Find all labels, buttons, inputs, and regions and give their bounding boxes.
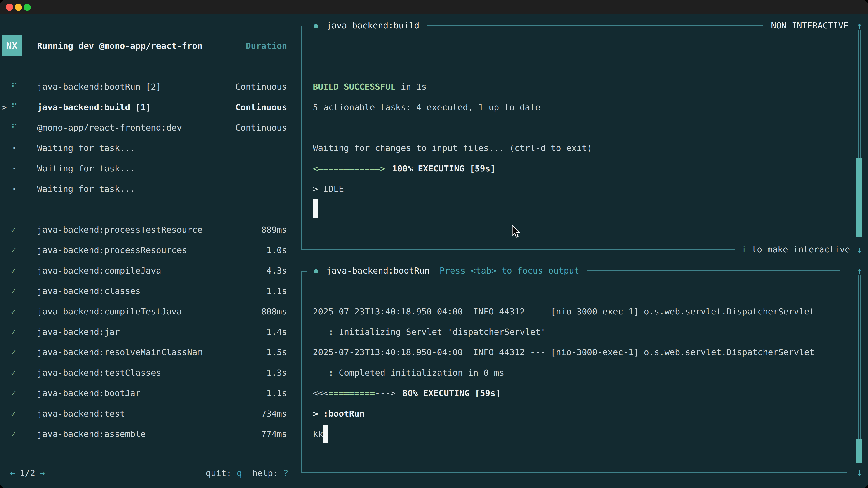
task-row[interactable]: ✓ java-backend:classes 1.1s [0,281,298,301]
task-status-icon: ✓ [11,347,16,357]
build-tasks-summary-line: 5 actionable tasks: 4 executed, 1 up-to-… [313,97,540,118]
task-status-icon: ✓ [11,409,16,419]
quit-label: quit: [206,468,237,478]
build-pane-header[interactable]: ● java-backend:build NON-INTERACTIVE [301,15,848,36]
log-line: : Initializing Servlet 'dispatcherServle… [313,322,546,342]
bootrun-progress-line: <<< ========= ---> 80% EXECUTING [59s] [313,383,501,403]
task-label: java-backend:bootRun [2] [37,82,161,92]
task-running-dot-icon: ● [314,266,318,275]
page-prev-icon[interactable]: ← [10,468,15,478]
nx-tui-app: NX Running dev @mono-app/react-fron Dura… [0,14,868,488]
bootrun-pane-left-border [301,271,302,472]
interactive-hint-text: to make interactive [747,245,850,254]
bootrun-pane-header[interactable]: ● java-backend:bootRun Press <tab> to fo… [301,260,848,281]
task-duration: 1.5s [266,347,287,357]
task-row[interactable]: ✓ java-backend:jar 1.4s [0,322,298,342]
task-row[interactable]: ⠋ @mono-app/react-frontend:dev Continuou… [0,118,298,138]
task-row[interactable]: ✓ java-backend:resolveMainClassNam 1.5s [0,342,298,362]
bootrun-task-line: > :bootRun [313,403,365,424]
quit-key[interactable]: q [237,468,242,478]
bootrun-pane-bottom-border [301,472,846,473]
task-row[interactable]: ✓ java-backend:test 734ms [0,403,298,424]
task-status-icon: ✓ [11,225,16,235]
help-label: help: [252,468,283,478]
task-status-icon: ✓ [11,306,16,317]
task-duration: 734ms [261,409,287,419]
task-status: Continuous [235,82,287,92]
task-row[interactable]: > ⠋ java-backend:build [1] Continuous [0,97,298,118]
footer-gap [242,468,252,478]
task-label: java-backend:processResources [37,245,187,255]
progress-prefix: <<< [313,388,329,398]
window-titlebar [0,0,868,14]
build-success-duration: in 1s [396,82,427,92]
task-status-icon: ⠋ [11,102,18,112]
task-label: java-backend:testClasses [37,368,161,378]
bootrun-terminal-cursor [323,425,328,443]
task-duration: 1.0s [266,245,287,255]
zoom-button[interactable] [24,4,31,11]
task-duration: 808ms [261,306,287,317]
typed-input-text: kk [313,429,323,439]
task-duration: 4.3s [266,266,287,275]
task-status-icon: · [11,142,18,154]
help-key[interactable]: ? [283,468,288,478]
task-status-icon: ✓ [11,368,16,378]
task-row[interactable]: · Waiting for task... [0,179,298,199]
build-progress-line: <============> 100% EXECUTING [59s] [313,158,495,179]
scrollbar-track[interactable] [858,275,861,440]
close-button[interactable] [6,4,13,11]
scroll-down-icon[interactable]: ↓ [854,239,865,260]
task-label: Waiting for task... [37,143,135,153]
progress-suffix: ---> [375,388,396,398]
task-label: java-backend:classes [37,286,141,296]
scrollbar-track[interactable] [858,31,861,158]
task-duration: 1.4s [266,327,287,337]
task-row[interactable]: ✓ java-backend:assemble 774ms [0,424,298,444]
focus-output-hint: Press <tab> to focus output [440,266,579,275]
task-status-icon: · [11,183,18,195]
build-pane-header-rule [428,25,763,26]
task-row[interactable]: ✓ java-backend:bootJar 1.1s [0,383,298,403]
task-status-icon: ⠋ [11,123,18,133]
task-row[interactable]: ✓ java-backend:compileJava 4.3s [0,260,298,281]
task-status-icon: ⠋ [11,82,18,92]
bootrun-pane-header-rule [587,270,840,271]
task-status-icon: ✓ [11,327,16,337]
build-pane-title: java-backend:build [326,21,419,31]
task-row[interactable]: ⠋ java-backend:bootRun [2] Continuous [0,76,298,97]
task-label: java-backend:bootJar [37,388,141,398]
task-status-icon: ✓ [11,429,16,439]
task-row[interactable]: · Waiting for task... [0,138,298,158]
scroll-down-icon[interactable]: ↓ [854,462,865,482]
task-duration: 774ms [261,429,287,439]
task-row[interactable]: ✓ java-backend:compileTestJava 808ms [0,301,298,322]
task-label: java-backend:build [1] [37,102,151,112]
build-success-line: BUILD SUCCESSFUL in 1s [313,76,427,97]
page-next-icon[interactable]: → [40,468,45,478]
scrollbar-thumb[interactable] [856,158,862,237]
task-duration: 1.1s [266,286,287,296]
bootrun-input-line[interactable]: kk [313,424,328,444]
task-row[interactable]: · Waiting for task... [0,158,298,179]
interactive-hint-key[interactable]: i [741,245,747,254]
duration-column-header: Duration [246,41,287,51]
build-pane-left-border [301,26,302,250]
task-label: java-backend:test [37,409,125,419]
task-row[interactable]: ✓ java-backend:processTestResource 889ms [0,220,298,240]
interactive-hint: i to make interactive [741,239,850,260]
task-label: java-backend:resolveMainClassNam [37,347,203,357]
bootrun-pane-title: java-backend:bootRun [326,266,430,275]
task-status-icon: · [11,162,18,175]
task-row[interactable]: ✓ java-backend:processResources 1.0s [0,240,298,260]
scrollbar-thumb[interactable] [856,440,862,463]
task-label: Waiting for task... [37,164,135,173]
log-line: 2025-07-23T13:40:18.950-04:00 INFO 44312… [313,301,814,322]
selected-row-arrow-icon: > [2,102,7,112]
build-progress-text: 100% EXECUTING [59s] [392,164,495,173]
build-successful-text: BUILD SUCCESSFUL [313,82,396,92]
minimize-button[interactable] [15,4,22,11]
task-label: Waiting for task... [37,184,135,194]
task-row[interactable]: ✓ java-backend:testClasses 1.3s [0,363,298,383]
task-label: java-backend:compileJava [37,266,161,275]
